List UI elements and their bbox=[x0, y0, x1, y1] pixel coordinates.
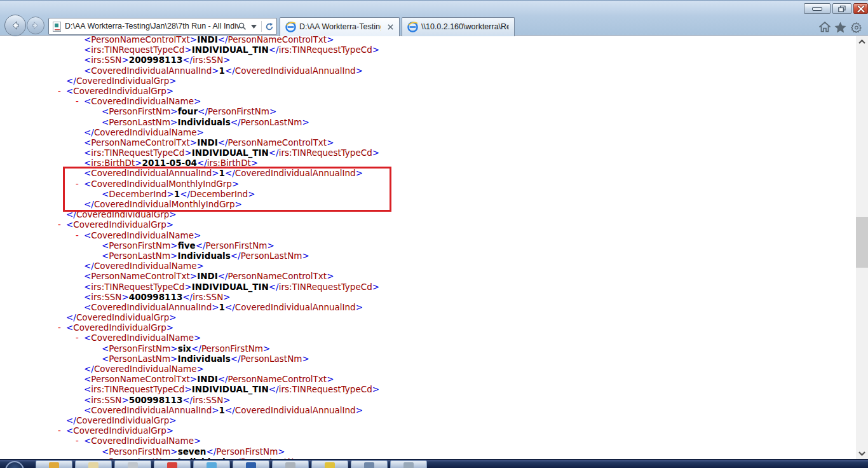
forward-arrow-icon bbox=[31, 21, 40, 30]
taskbar-app-4-icon bbox=[167, 462, 177, 468]
xml-line: <CoveredIndividualAnnualInd>1</CoveredIn… bbox=[0, 302, 851, 312]
taskbar-app-9[interactable] bbox=[351, 460, 388, 468]
taskbar-app-8[interactable] bbox=[311, 460, 348, 468]
scroll-down-icon[interactable] bbox=[856, 448, 868, 459]
vertical-scrollbar[interactable] bbox=[856, 36, 868, 459]
dropdown-chevron-icon[interactable] bbox=[248, 20, 259, 33]
xml-line: -<CoveredIndividualName> bbox=[0, 333, 851, 343]
xml-line: <PersonLastNm>Individuals</PersonLastNm> bbox=[0, 354, 851, 364]
taskbar-app-1[interactable] bbox=[36, 460, 72, 468]
search-icon[interactable] bbox=[236, 20, 248, 33]
xml-line: </CoveredIndividualName> bbox=[0, 127, 851, 137]
minimize-icon bbox=[812, 7, 822, 11]
taskbar-app-10[interactable] bbox=[390, 460, 427, 468]
favorites-star-icon[interactable] bbox=[834, 20, 847, 34]
tab-active[interactable]: D:\AA Workterra-Testing\J... bbox=[280, 17, 400, 36]
xml-line: <PersonLastNm>Individuals</PersonLastNm> bbox=[0, 117, 851, 127]
collapse-marker[interactable]: - bbox=[58, 425, 66, 436]
taskbar-app-7-icon bbox=[285, 462, 295, 468]
xml-line: </CoveredIndividualGrp> bbox=[0, 76, 851, 86]
start-button[interactable] bbox=[5, 461, 24, 468]
xml-viewer-page: <PersonNameControlTxt>INDI</PersonNameCo… bbox=[0, 36, 868, 459]
browser-chrome: D:\AA Workterra-Testing\Jan\28\7th Run -… bbox=[0, 0, 868, 36]
xml-line: -<CoveredIndividualGrp> bbox=[0, 322, 851, 333]
xml-line: <irs:SSN>400998113</irs:SSN> bbox=[0, 292, 851, 302]
tab-title[interactable]: \\10.0.2.160\workterra\Reports... bbox=[421, 18, 509, 36]
xml-line: -<CoveredIndividualName> bbox=[0, 230, 851, 240]
xml-line: <irs:TINRequestTypeCd>INDIVIDUAL_TIN</ir… bbox=[0, 45, 851, 55]
xml-line: -<CoveredIndividualName> bbox=[0, 436, 851, 446]
collapse-marker[interactable]: - bbox=[76, 96, 84, 106]
ie-logo-icon bbox=[285, 22, 296, 32]
xml-line: <irs:TINRequestTypeCd>INDIVIDUAL_TIN</ir… bbox=[0, 148, 851, 158]
taskbar-app-2[interactable] bbox=[75, 460, 112, 468]
collapse-marker[interactable]: - bbox=[76, 436, 84, 446]
xml-line: <PersonNameControlTxt>INDI</PersonNameCo… bbox=[0, 271, 851, 281]
xml-line: <PersonNameControlTxt>INDI</PersonNameCo… bbox=[0, 36, 851, 45]
xml-line: <irs:TINRequestTypeCd>INDIVIDUAL_TIN</ir… bbox=[0, 384, 851, 394]
taskbar-app-5[interactable] bbox=[193, 460, 230, 468]
xml-line: <PersonFirstNm>five</PersonFirstNm> bbox=[0, 240, 851, 251]
xml-line: <PersonNameControlTxt>INDI</PersonNameCo… bbox=[0, 137, 851, 148]
ie-logo-icon bbox=[407, 22, 418, 32]
tab-title[interactable]: D:\AA Workterra-Testing\J... bbox=[299, 18, 381, 36]
close-icon bbox=[857, 5, 865, 12]
xml-line: <PersonFirstNm>seven</PersonFirstNm> bbox=[0, 446, 851, 457]
restore-button[interactable] bbox=[832, 3, 851, 14]
collapse-marker[interactable]: - bbox=[76, 230, 84, 240]
xml-line: <PersonFirstNm>four</PersonFirstNm> bbox=[0, 106, 851, 116]
xml-tree: <PersonNameControlTxt>INDI</PersonNameCo… bbox=[0, 36, 851, 459]
taskbar-app-7[interactable] bbox=[272, 460, 309, 468]
xml-line: </CoveredIndividualGrp> bbox=[0, 415, 851, 425]
xml-line: <CoveredIndividualAnnualInd>1</CoveredIn… bbox=[0, 405, 851, 415]
settings-gear-icon[interactable] bbox=[850, 20, 863, 34]
taskbar-app-2-icon bbox=[88, 462, 98, 468]
collapse-marker[interactable]: - bbox=[58, 86, 66, 96]
taskbar-app-6-icon bbox=[246, 462, 256, 468]
tab-inactive[interactable]: \\10.0.2.160\workterra\Reports... bbox=[402, 17, 515, 36]
address-tools-divider bbox=[261, 21, 262, 32]
xml-line: <PersonFirstNm>six</PersonFirstNm> bbox=[0, 343, 851, 354]
taskbar-app-8-icon bbox=[325, 462, 335, 468]
xml-line: <irs:SSN>500998113</irs:SSN> bbox=[0, 395, 851, 405]
taskbar-app-6[interactable] bbox=[233, 460, 269, 468]
scrollbar-thumb[interactable] bbox=[856, 217, 868, 268]
back-button[interactable] bbox=[4, 15, 26, 36]
xml-line: <CoveredIndividualAnnualInd>1</CoveredIn… bbox=[0, 65, 851, 76]
taskbar-app-4[interactable] bbox=[154, 460, 191, 468]
taskbar-app-10-icon bbox=[403, 462, 414, 468]
minimize-button[interactable] bbox=[804, 3, 831, 14]
xml-line: <PersonNameControlTxt>INDI</PersonNameCo… bbox=[0, 374, 851, 384]
xml-line: <PersonLastNm>Individuals</PersonLastNm> bbox=[0, 251, 851, 261]
tab-close-icon[interactable] bbox=[386, 22, 395, 32]
home-icon[interactable] bbox=[818, 20, 831, 34]
xml-line: -<CoveredIndividualGrp> bbox=[0, 425, 851, 436]
close-button[interactable] bbox=[853, 3, 868, 14]
xml-line: </CoveredIndividualGrp> bbox=[0, 312, 851, 322]
xml-line: -<CoveredIndividualGrp> bbox=[0, 219, 851, 230]
xml-line: <irs:TINRequestTypeCd>INDIVIDUAL_TIN</ir… bbox=[0, 282, 851, 292]
refresh-icon[interactable] bbox=[264, 20, 275, 33]
collapse-marker[interactable]: - bbox=[58, 322, 66, 333]
taskbar-app-3[interactable] bbox=[114, 460, 151, 468]
taskbar-app-9-icon bbox=[364, 462, 374, 468]
taskbar-app-1-icon bbox=[49, 462, 59, 468]
xml-line: </CoveredIndividualName> bbox=[0, 364, 851, 374]
forward-button[interactable] bbox=[27, 17, 44, 34]
back-arrow-icon bbox=[10, 20, 20, 31]
annotation-highlight-box bbox=[63, 167, 391, 212]
scroll-up-icon[interactable] bbox=[856, 36, 868, 47]
xml-line: -<CoveredIndividualName> bbox=[0, 96, 851, 106]
collapse-marker[interactable]: - bbox=[76, 333, 84, 343]
address-bar[interactable]: D:\AA Workterra-Testing\Jan\28\7th Run -… bbox=[48, 18, 277, 35]
address-url[interactable]: D:\AA Workterra-Testing\Jan\28\7th Run -… bbox=[65, 18, 240, 34]
xml-line: <irs:SSN>200998113</irs:SSN> bbox=[0, 55, 851, 65]
collapse-marker[interactable]: - bbox=[58, 219, 66, 230]
taskbar-app-3-icon bbox=[128, 462, 138, 468]
file-favicon bbox=[53, 22, 61, 32]
taskbar bbox=[0, 459, 868, 468]
xml-line: </CoveredIndividualName> bbox=[0, 261, 851, 271]
xml-line: -<CoveredIndividualGrp> bbox=[0, 86, 851, 96]
taskbar-app-5-icon bbox=[207, 462, 217, 468]
restore-icon bbox=[838, 5, 846, 12]
